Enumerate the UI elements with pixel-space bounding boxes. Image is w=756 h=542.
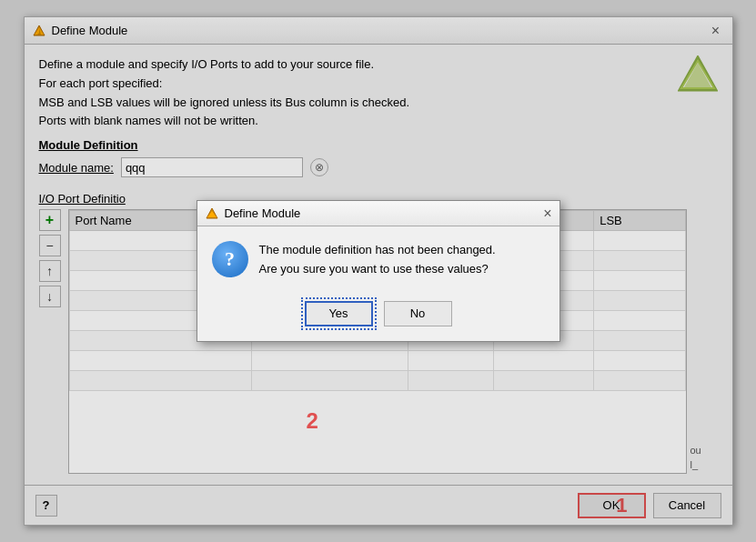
dialog-title-text: Define Module xyxy=(225,206,544,220)
yes-button[interactable]: Yes xyxy=(305,301,373,326)
dialog-buttons: Yes No xyxy=(197,294,559,341)
no-button[interactable]: No xyxy=(384,301,452,326)
question-icon: ? xyxy=(212,241,248,277)
dialog-overlay: 2 Define Module × ? The module definitio… xyxy=(25,17,732,525)
dialog-title-icon xyxy=(205,206,219,221)
dialog-message: The module definition has not been chang… xyxy=(259,241,496,279)
main-window: Define Module × Define a module and spec… xyxy=(24,16,733,526)
dialog-message-line1: The module definition has not been chang… xyxy=(259,241,496,260)
dialog-body: ? The module definition has not been cha… xyxy=(197,226,559,294)
annotation-number-2: 2 xyxy=(307,408,318,434)
dialog-message-line2: Are you sure you want to use these value… xyxy=(259,260,496,279)
confirm-dialog: Define Module × ? The module definition … xyxy=(197,200,560,342)
dialog-title-bar: Define Module × xyxy=(197,201,559,226)
dialog-close-button[interactable]: × xyxy=(543,206,551,222)
